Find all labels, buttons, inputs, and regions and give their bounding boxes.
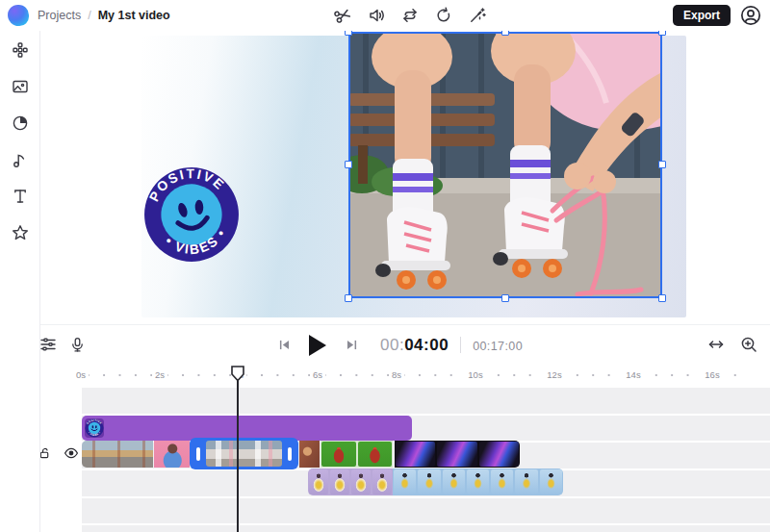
eye-icon [64,445,79,461]
video-clip-dancers[interactable] [308,469,393,495]
timeline-left-tools [37,333,89,356]
total-duration: 00:17:00 [473,340,523,353]
account-avatar-button[interactable] [739,4,762,27]
current-time-hours: 00: [380,336,404,355]
music-note-icon [12,151,29,168]
clip-frame [491,469,513,494]
export-button[interactable]: Export [673,5,731,26]
track-controls [37,444,80,462]
clip-frame [321,442,356,467]
canvas-area [40,31,770,324]
track-row-empty-top [82,388,770,414]
video-editor-app: Projects / My 1st video [0,0,770,532]
track-row-empty-bottom-1 [82,498,770,523]
toggle-visibility-button[interactable] [63,444,80,462]
resize-handle-middle-right[interactable] [658,161,666,168]
video-clip-selected[interactable] [190,438,298,469]
sticker-thumb-badge [85,418,104,438]
selected-image[interactable] [348,32,662,298]
sidebar-item-transitions[interactable] [6,113,35,134]
image-icon [12,78,29,95]
resize-handle-bottom-center[interactable] [501,294,509,302]
breadcrumb: Projects / My 1st video [38,9,170,22]
ruler-label-6s: 6s [310,369,325,380]
video-clip-street[interactable] [82,441,153,468]
skip-back-icon [277,338,292,352]
clip-frame [358,442,393,467]
play-button[interactable] [303,331,332,360]
current-time: 04:00 [404,336,449,355]
sidebar-item-text[interactable] [6,186,35,207]
clip-frame [515,469,537,494]
clip-frame [351,469,371,494]
timecode-divider [460,337,461,353]
track-options-icon [39,336,57,353]
sidebar-item-music[interactable] [6,149,35,170]
top-right-actions: Export [673,0,762,31]
playhead-handle[interactable] [231,366,244,382]
timeline-ruler[interactable]: 0s 2s 4s 6s 8s 10s 12s 14s 16s [0,365,770,386]
ruler-label-16s: 16s [702,369,722,380]
transition-circle-icon [12,114,29,132]
skip-back-button[interactable] [272,334,295,357]
zoom-in-icon [740,336,757,353]
clip-frame [372,469,392,494]
ruler-label-12s: 12s [544,369,564,380]
trim-handle-right[interactable] [288,447,292,461]
breadcrumb-projects-link[interactable]: Projects [38,9,81,22]
video-clip-pink[interactable] [154,441,190,468]
rotate-icon [435,7,452,24]
resize-handle-bottom-right[interactable] [658,294,666,302]
transport-controls: 00: 04:00 00:17:00 [272,325,523,365]
skip-forward-button[interactable] [340,334,363,357]
ruler-label-0s: 0s [73,369,89,380]
ruler-label-2s: 2s [152,369,167,380]
video-clip-neon[interactable] [395,441,520,468]
project-title[interactable]: My 1st video [98,9,170,22]
sidebar-item-visuals[interactable] [6,76,35,97]
account-avatar-icon [740,5,761,26]
swap-arrows-icon [401,7,419,24]
content-sidebar [0,31,40,532]
ruler-label-8s: 8s [389,369,404,380]
timeline-tracks [0,386,770,532]
zoom-in-button[interactable] [737,333,760,356]
text-icon [12,188,29,205]
clip-frame [443,469,465,494]
record-voiceover-button[interactable] [65,333,89,356]
clip-frame [330,469,349,494]
timecode-display: 00: 04:00 00:17:00 [380,336,523,355]
sticker-clip-thumbnail [85,418,104,438]
transition-button[interactable] [398,4,422,27]
breadcrumb-separator: / [88,9,90,22]
audio-button[interactable] [365,4,388,27]
fit-to-screen-button[interactable] [705,333,728,356]
magic-wand-icon [469,7,486,24]
ruler-tick-dots [81,365,745,386]
video-clip-green[interactable] [321,441,393,468]
video-clip-crew[interactable] [393,469,563,495]
video-clip-warm[interactable] [299,441,320,468]
microphone-icon [69,337,86,353]
effects-button[interactable] [466,4,489,27]
clipchamp-logo[interactable] [8,5,29,26]
timeline-toolbar: 00: 04:00 00:17:00 [0,325,770,365]
resize-handle-middle-left[interactable] [345,161,352,168]
sidebar-item-your-media[interactable] [6,39,35,61]
clip-frame [467,469,489,494]
star-icon [12,224,29,241]
play-icon [308,334,327,357]
trim-handle-left[interactable] [196,447,200,461]
positive-vibes-sticker[interactable] [135,158,248,271]
selected-clip-thumbnail [206,441,282,467]
split-button[interactable] [331,4,354,27]
ruler-label-10s: 10s [465,369,485,380]
clip-frame [479,442,519,467]
clip-frame [396,442,435,467]
sidebar-item-graphics[interactable] [6,222,35,243]
clip-frame [437,442,476,467]
resize-handle-bottom-left[interactable] [345,294,352,302]
rotate-button[interactable] [432,4,455,27]
timeline-right-tools [705,333,760,356]
timeline-panel: 00: 04:00 00:17:00 [0,324,770,532]
